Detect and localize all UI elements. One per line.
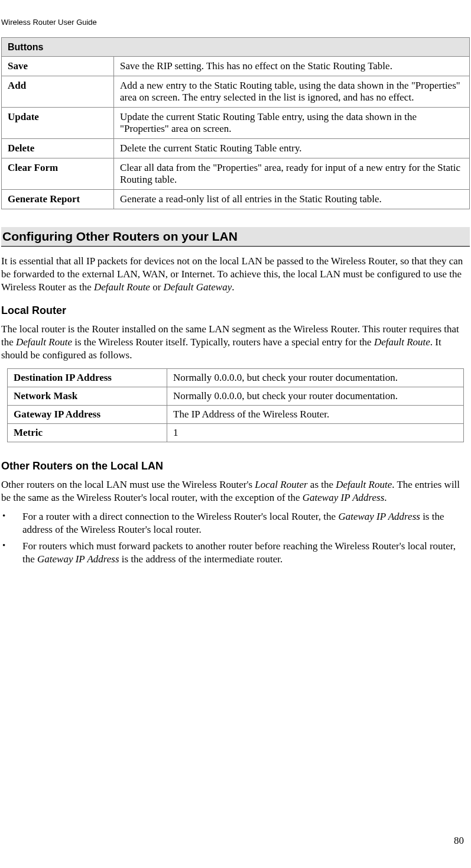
button-label: Add <box>2 76 114 108</box>
italic-term: Default Route <box>336 479 392 490</box>
table-row: Destination IP Address Normally 0.0.0.0,… <box>8 368 464 387</box>
config-label: Gateway IP Address <box>8 405 167 423</box>
italic-term: Default Route <box>16 336 72 348</box>
italic-term: Default Route <box>94 281 150 293</box>
config-desc: Normally 0.0.0.0, but check your router … <box>167 368 464 387</box>
italic-term: Local Router <box>255 479 307 490</box>
text: or <box>150 281 164 293</box>
other-routers-intro: Other routers on the local LAN must use … <box>1 478 470 504</box>
config-label: Metric <box>8 423 167 442</box>
local-router-intro: The local router is the Router installed… <box>1 323 470 362</box>
text: is the address of the intermediate route… <box>119 553 283 565</box>
button-label: Delete <box>2 139 114 158</box>
text: . <box>384 492 386 503</box>
button-label: Clear Form <box>2 158 114 190</box>
table-row: Gateway IP Address The IP Address of the… <box>8 405 464 423</box>
list-item: • For routers which must forward packets… <box>1 540 470 566</box>
button-desc: Clear all data from the "Properties" are… <box>114 158 470 190</box>
config-desc: The IP Address of the Wireless Router. <box>167 405 464 423</box>
config-label: Network Mask <box>8 387 167 405</box>
button-label: Generate Report <box>2 190 114 209</box>
italic-term: Gateway IP Address <box>37 553 119 565</box>
button-desc: Delete the current Static Routing Table … <box>114 139 470 158</box>
config-desc: 1 <box>167 423 464 442</box>
table-row: Update Update the current Static Routing… <box>2 108 470 139</box>
table-row: Network Mask Normally 0.0.0.0, but check… <box>8 387 464 405</box>
other-routers-heading: Other Routers on the Local LAN <box>1 460 470 472</box>
text: For a router with a direct connection to… <box>22 511 338 522</box>
button-desc: Generate a read-only list of all entries… <box>114 190 470 209</box>
bullet-icon: • <box>1 510 22 536</box>
text: is the Wireless Router itself. Typically… <box>72 336 374 348</box>
text: . <box>232 281 234 293</box>
button-label: Save <box>2 57 114 76</box>
text: as the <box>308 479 336 490</box>
table-row: Add Add a new entry to the Static Routin… <box>2 76 470 108</box>
document-header: Wireless Router User Guide <box>0 18 471 37</box>
buttons-table: Buttons Save Save the RIP setting. This … <box>1 37 470 209</box>
local-router-table: Destination IP Address Normally 0.0.0.0,… <box>7 368 464 442</box>
bullet-text: For routers which must forward packets t… <box>22 540 469 566</box>
bullet-list: • For a router with a direct connection … <box>1 510 470 566</box>
button-label: Update <box>2 108 114 139</box>
italic-term: Gateway IP Address <box>303 492 385 503</box>
section-intro: It is essential that all IP packets for … <box>1 255 470 294</box>
section-heading: Configuring Other Routers on your LAN <box>1 227 470 247</box>
button-desc: Add a new entry to the Static Routing ta… <box>114 76 470 108</box>
italic-term: Default Gateway <box>164 281 232 293</box>
local-router-heading: Local Router <box>1 305 470 317</box>
page-number: 80 <box>454 835 464 847</box>
table-row: Delete Delete the current Static Routing… <box>2 139 470 158</box>
table-row: Metric 1 <box>8 423 464 442</box>
config-desc: Normally 0.0.0.0, but check your router … <box>167 387 464 405</box>
italic-term: Gateway IP Address <box>338 511 420 522</box>
buttons-table-header: Buttons <box>2 38 470 57</box>
button-desc: Save the RIP setting. This has no effect… <box>114 57 470 76</box>
bullet-icon: • <box>1 540 22 566</box>
button-desc: Update the current Static Routing Table … <box>114 108 470 139</box>
text: Other routers on the local LAN must use … <box>1 479 255 490</box>
bullet-text: For a router with a direct connection to… <box>22 510 469 536</box>
italic-term: Default Route <box>374 336 430 348</box>
list-item: • For a router with a direct connection … <box>1 510 470 536</box>
table-row: Generate Report Generate a read-only lis… <box>2 190 470 209</box>
table-row: Clear Form Clear all data from the "Prop… <box>2 158 470 190</box>
table-row: Save Save the RIP setting. This has no e… <box>2 57 470 76</box>
config-label: Destination IP Address <box>8 368 167 387</box>
